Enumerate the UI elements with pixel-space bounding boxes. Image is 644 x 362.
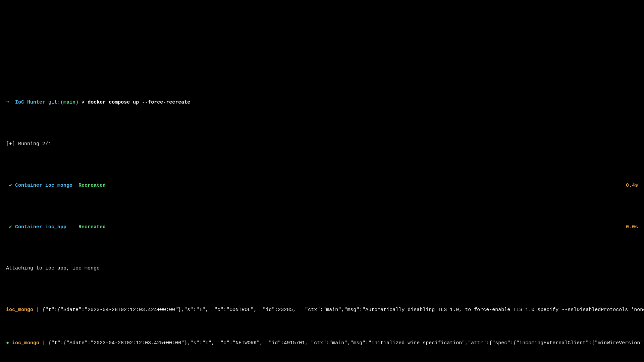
running-text: [+] Running 2/1	[6, 141, 51, 147]
log-content-1: {"t":{"$date":"2023-04-28T02:12:03.425+0…	[48, 340, 644, 346]
log-content-0: {"t":{"$date":"2023-04-28T02:12:03.424+0…	[42, 307, 644, 313]
prompt-arrow: ➜	[6, 100, 9, 105]
container-app-name: Container ioc_app	[12, 224, 78, 230]
log-prefix-1: ioc_mongo	[12, 340, 39, 346]
log-prefix-0: ioc_mongo	[6, 307, 33, 313]
container-mongo-status: Recreated	[78, 183, 106, 188]
attaching-line: Attaching to ioc_app, ioc_mongo	[6, 264, 638, 273]
running-line: [+] Running 2/1	[6, 140, 638, 148]
log-line-0: ioc_mongo | {"t":{"$date":"2023-04-28T02…	[6, 306, 638, 314]
check-app: ✔	[6, 224, 12, 230]
prompt-git-label: git:	[48, 100, 60, 105]
log-sep-0: |	[33, 307, 42, 313]
log-dot-1: ●	[6, 340, 9, 346]
log-sep-1: |	[39, 340, 48, 346]
container-app-status: Recreated	[78, 224, 106, 230]
prompt-dir: IoC_Hunter	[15, 100, 45, 105]
prompt-branch: main	[63, 100, 75, 105]
terminal-window: ➜ IoC_Hunter git:(main) ✗ docker compose…	[0, 0, 644, 362]
prompt-line: ➜ IoC_Hunter git:(main) ✗ docker compose…	[6, 99, 638, 107]
container-mongo-name: Container ioc_mongo	[12, 183, 78, 188]
container-app-line: ✔ Container ioc_app Recreated 0.0s	[6, 223, 638, 232]
container-mongo-line: ✔ Container ioc_mongo Recreated 0.4s	[6, 182, 638, 190]
prompt-command: ✗ docker compose up --force-recreate	[78, 100, 190, 105]
log-line-1: ● ioc_mongo | {"t":{"$date":"2023-04-28T…	[6, 339, 638, 348]
container-mongo-timing: 0.4s	[619, 182, 638, 190]
attaching-text: Attaching to ioc_app, ioc_mongo	[6, 265, 100, 271]
prompt-paren-close: )	[75, 100, 78, 105]
check-mongo: ✔	[6, 183, 12, 188]
prompt-paren-open: (	[60, 100, 63, 105]
container-app-timing: 0.0s	[619, 223, 638, 232]
